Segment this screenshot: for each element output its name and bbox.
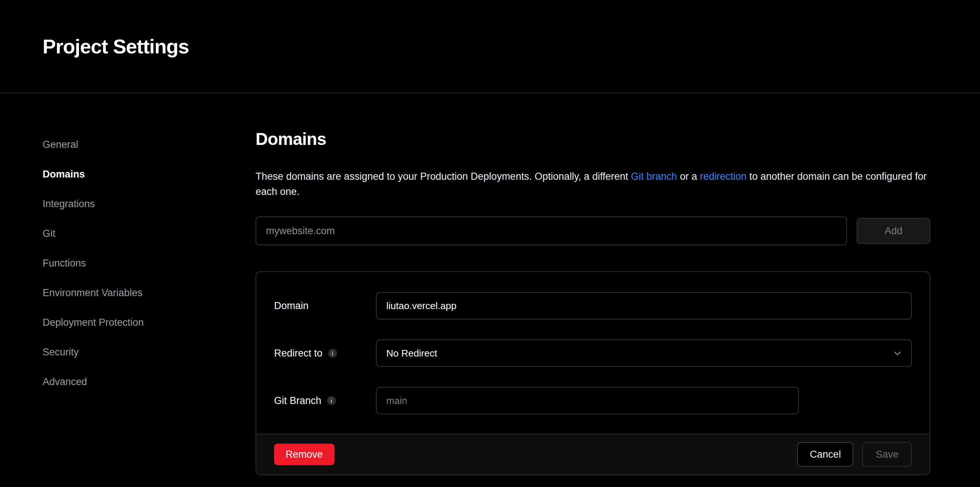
sidebar-nav: General Domains Integrations Git Functio… [43,139,256,388]
domain-value-input[interactable] [376,292,912,319]
domain-field-label-group: Domain [274,300,376,312]
add-domain-input[interactable] [256,216,847,245]
project-settings-page: Project Settings General Domains Integra… [0,0,980,487]
page-title: Project Settings [43,35,189,58]
git-branch-input[interactable] [376,387,799,414]
sidebar-item-general[interactable]: General [43,139,78,150]
domain-card-body: Domain Redirect to i No Redirect [256,272,930,434]
sidebar-item-deployment-protection[interactable]: Deployment Protection [43,316,144,328]
add-domain-button[interactable]: Add [857,218,931,244]
git-branch-link[interactable]: Git branch [631,171,678,182]
remove-button[interactable]: Remove [274,444,334,465]
git-branch-field-label-group: Git Branch i [274,395,376,407]
sidebar-item-git[interactable]: Git [43,228,56,240]
save-button[interactable]: Save [862,442,912,466]
settings-sidebar: General Domains Integrations Git Functio… [43,129,256,475]
sidebar-item-advanced[interactable]: Advanced [43,376,87,388]
footer-action-group: Cancel Save [797,442,912,466]
git-branch-field-row: Git Branch i [274,387,912,414]
redirect-field-row: Redirect to i No Redirect [274,340,912,367]
redirect-select[interactable]: No Redirect [376,340,912,367]
redirect-selected-option: No Redirect [386,348,437,359]
sidebar-item-domains[interactable]: Domains [43,168,85,180]
git-branch-label: Git Branch [274,395,321,407]
sidebar-item-integrations[interactable]: Integrations [43,198,95,210]
redirect-info-icon[interactable]: i [328,349,337,358]
redirection-link[interactable]: redirection [700,171,747,182]
chevron-down-icon [892,348,903,359]
section-heading: Domains [256,129,931,149]
page-header: Project Settings [0,0,980,93]
sidebar-item-environment-variables[interactable]: Environment Variables [43,287,143,299]
content-area: General Domains Integrations Git Functio… [0,93,980,475]
domain-field-row: Domain [274,292,912,319]
sidebar-item-security[interactable]: Security [43,346,79,358]
domain-card-footer: Remove Cancel Save [256,434,930,474]
redirect-field-label-group: Redirect to i [274,348,376,359]
section-description: These domains are assigned to your Produ… [256,169,931,200]
domain-label: Domain [274,300,309,312]
domain-card: Domain Redirect to i No Redirect [256,271,931,475]
add-domain-row: Add [256,216,931,245]
domains-section: Domains These domains are assigned to yo… [256,129,931,475]
description-text-1: These domains are assigned to your Produ… [256,171,631,182]
git-branch-info-icon[interactable]: i [327,396,336,405]
cancel-button[interactable]: Cancel [797,442,853,466]
sidebar-item-functions[interactable]: Functions [43,257,86,269]
description-text-2: or a [677,171,700,182]
redirect-label: Redirect to [274,348,323,359]
